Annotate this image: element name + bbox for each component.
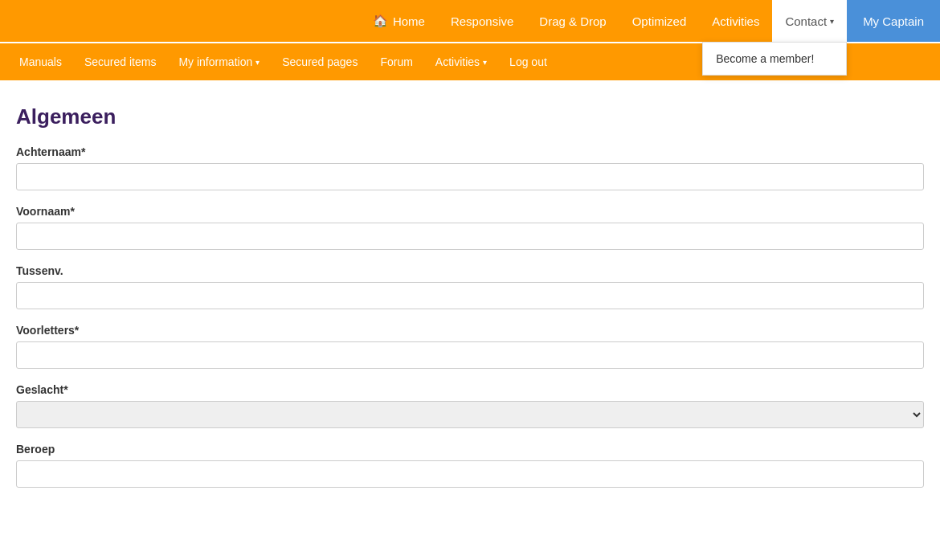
nav-my-captain[interactable]: My Captain <box>847 0 940 42</box>
nav-drag-drop[interactable]: Drag & Drop <box>526 0 619 42</box>
label-tussenv: Tussenv. <box>16 264 924 277</box>
label-achternaam: Achternaam* <box>16 145 924 158</box>
nav-responsive-label: Responsive <box>451 14 513 28</box>
sec-nav-manuals[interactable]: Manuals <box>8 43 73 80</box>
nav-optimized[interactable]: Optimized <box>619 0 700 42</box>
label-voorletters: Voorletters* <box>16 324 924 337</box>
input-tussenv[interactable] <box>16 282 924 309</box>
sec-nav-secured-pages-label: Secured pages <box>282 55 358 68</box>
sec-nav-manuals-label: Manuals <box>19 55 62 68</box>
input-voornaam[interactable] <box>16 223 924 250</box>
sec-nav-secured-items-label: Secured items <box>84 55 156 68</box>
label-voornaam: Voornaam* <box>16 205 924 218</box>
nav-contact-label: Contact <box>785 14 827 28</box>
sec-nav-forum[interactable]: Forum <box>369 43 423 80</box>
nav-my-captain-label: My Captain <box>863 14 924 28</box>
sec-nav-my-information-label: My information <box>178 55 252 68</box>
label-beroep: Beroep <box>16 443 924 456</box>
nav-optimized-label: Optimized <box>632 14 687 28</box>
field-group-geslacht: Geslacht* Man Vrouw <box>16 383 924 428</box>
select-geslacht[interactable]: Man Vrouw <box>16 401 924 428</box>
contact-dropdown-arrow-icon: ▾ <box>830 17 834 26</box>
field-group-tussenv: Tussenv. <box>16 264 924 309</box>
input-voorletters[interactable] <box>16 341 924 369</box>
sec-nav-log-out[interactable]: Log out <box>498 43 558 80</box>
sec-nav-forum-label: Forum <box>380 55 412 68</box>
main-content: Algemeen Achternaam* Voornaam* Tussenv. … <box>0 80 940 526</box>
become-member-label: Become a member! <box>716 52 814 65</box>
input-achternaam[interactable] <box>16 163 924 190</box>
sec-nav-secured-items[interactable]: Secured items <box>73 43 167 80</box>
sec-nav-activities[interactable]: Activities ▾ <box>424 43 498 80</box>
top-nav: 🏠 Home Responsive Drag & Drop Optimized … <box>0 0 940 42</box>
sec-nav-activities-label: Activities <box>435 55 480 68</box>
nav-contact[interactable]: Contact ▾ <box>772 0 847 42</box>
field-group-voornaam: Voornaam* <box>16 205 924 250</box>
nav-drag-drop-label: Drag & Drop <box>539 14 606 28</box>
nav-home[interactable]: 🏠 Home <box>360 0 438 42</box>
field-group-beroep: Beroep <box>16 443 924 488</box>
nav-home-label: Home <box>393 14 425 28</box>
contact-dropdown-wrapper: Contact ▾ Become a member! <box>772 0 847 42</box>
field-group-achternaam: Achternaam* <box>16 145 924 190</box>
sec-nav-secured-pages[interactable]: Secured pages <box>271 43 369 80</box>
sec-nav-my-information[interactable]: My information ▾ <box>167 43 271 80</box>
label-geslacht: Geslacht* <box>16 383 924 396</box>
my-information-dropdown-arrow-icon: ▾ <box>255 58 260 67</box>
nav-activities-label: Activities <box>712 14 759 28</box>
home-icon: 🏠 <box>373 14 388 28</box>
sec-nav-log-out-label: Log out <box>509 55 547 68</box>
become-member-item[interactable]: Become a member! <box>703 43 846 75</box>
contact-dropdown-menu: Become a member! <box>702 42 847 76</box>
nav-activities[interactable]: Activities <box>699 0 772 42</box>
field-group-voorletters: Voorletters* <box>16 324 924 369</box>
activities-dropdown-arrow-icon: ▾ <box>483 58 487 67</box>
input-beroep[interactable] <box>16 460 924 488</box>
nav-responsive[interactable]: Responsive <box>438 0 526 42</box>
section-title: Algemeen <box>16 104 924 129</box>
top-nav-items: 🏠 Home Responsive Drag & Drop Optimized … <box>360 0 940 42</box>
